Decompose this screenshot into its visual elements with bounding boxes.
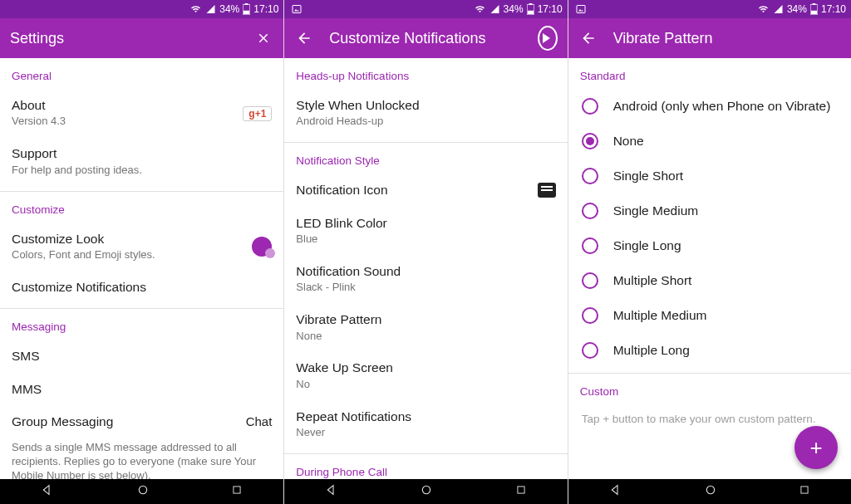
settings-list: General About Version 4.3 g+1 Support Fo… [0, 58, 283, 479]
radio-icon [582, 272, 598, 289]
item-subtitle: None [296, 330, 555, 344]
item-title: Notification Icon [296, 182, 527, 198]
svg-rect-7 [529, 3, 532, 5]
battery-icon [527, 3, 534, 15]
item-title: Group Messaging [12, 413, 236, 429]
image-icon [291, 4, 303, 14]
radio-option[interactable]: Multiple Long [568, 333, 851, 368]
radio-label: Android (only when Phone on Vibrate) [613, 99, 831, 114]
wifi-icon [189, 4, 202, 14]
back-icon[interactable] [578, 28, 598, 48]
section-general: General [0, 58, 283, 89]
nav-recent-icon[interactable] [515, 484, 527, 499]
item-mms[interactable]: MMS [0, 373, 283, 405]
item-subtitle: Blue [296, 232, 555, 247]
item-subtitle: Android Heads-up [296, 115, 555, 129]
time-text: 17:10 [253, 3, 278, 15]
item-title: Notification Sound [296, 263, 555, 279]
nav-bar [0, 479, 283, 504]
radio-option[interactable]: Multiple Medium [568, 298, 851, 333]
nav-home-icon[interactable] [704, 483, 717, 500]
svg-rect-10 [518, 487, 524, 493]
image-icon [575, 4, 587, 14]
radio-icon [582, 98, 598, 115]
item-notification-icon[interactable]: Notification Icon [284, 174, 567, 206]
radio-option[interactable]: Single Long [568, 228, 851, 263]
radio-icon [582, 203, 598, 219]
svg-rect-11 [577, 6, 585, 13]
radio-option[interactable]: None [568, 124, 851, 159]
status-bar: 34% 17:10 [568, 0, 851, 18]
gplus-badge[interactable]: g+1 [243, 106, 272, 121]
item-wake-screen[interactable]: Wake Up Screen No [284, 351, 567, 399]
item-title: SMS [12, 348, 272, 364]
plus-icon: + [809, 435, 822, 461]
nav-home-icon[interactable] [136, 483, 150, 500]
status-bar: 34% 17:10 [0, 0, 283, 18]
item-title: LED Blink Color [296, 215, 555, 231]
page-title: Vibrate Pattern [613, 30, 841, 47]
radio-option[interactable]: Android (only when Phone on Vibrate) [568, 89, 851, 124]
battery-icon [810, 3, 818, 15]
toolbar: Customize Notifications [284, 18, 567, 58]
item-title: Repeat Notifications [296, 409, 555, 424]
radio-label: Multiple Long [613, 343, 690, 358]
close-icon[interactable] [253, 28, 273, 48]
item-title: Support [12, 145, 272, 161]
item-subtitle: Version 4.3 [12, 115, 233, 129]
message-icon [538, 183, 556, 198]
time-text: 17:10 [538, 3, 563, 15]
play-preview-button[interactable] [538, 28, 558, 48]
item-subtitle: Never [296, 426, 555, 440]
nav-back-icon[interactable] [325, 483, 338, 500]
item-about[interactable]: About Version 4.3 g+1 [0, 89, 283, 137]
wifi-icon [474, 4, 486, 14]
item-subtitle: For help and posting ideas. [12, 164, 272, 178]
svg-rect-1 [245, 3, 248, 5]
toolbar: Vibrate Pattern [568, 18, 851, 58]
svg-rect-8 [528, 11, 534, 14]
radio-label: Multiple Medium [613, 308, 707, 323]
battery-text: 34% [504, 3, 524, 15]
radio-label: Single Short [613, 169, 683, 183]
nav-recent-icon[interactable] [799, 484, 810, 499]
battery-text: 34% [787, 3, 807, 15]
radio-label: Single Medium [613, 203, 699, 218]
battery-text: 34% [219, 3, 239, 15]
item-title: Style When Unlocked [296, 97, 555, 113]
nav-recent-icon[interactable] [231, 484, 243, 499]
svg-rect-13 [813, 3, 816, 5]
svg-rect-4 [234, 487, 240, 493]
page-title: Customize Notifications [329, 30, 522, 47]
item-group-messaging[interactable]: Group Messaging Chat Sends a single MMS … [0, 405, 283, 479]
item-vibrate-pattern[interactable]: Vibrate Pattern None [284, 303, 567, 351]
item-customize-notifications[interactable]: Customize Notifications [0, 271, 283, 303]
nav-back-icon[interactable] [609, 483, 622, 500]
section-custom: Custom [568, 374, 851, 404]
item-support[interactable]: Support For help and posting ideas. [0, 137, 283, 185]
screen-settings: 34% 17:10 Settings General About Version… [0, 0, 283, 504]
radio-option[interactable]: Multiple Short [568, 263, 851, 298]
item-title: Vibrate Pattern [296, 311, 555, 327]
add-pattern-fab[interactable]: + [794, 426, 838, 469]
signal-icon [773, 4, 784, 14]
item-led-color[interactable]: LED Blink Color Blue [284, 207, 567, 255]
page-title: Settings [10, 30, 239, 47]
screen-vibrate-pattern: 34% 17:10 Vibrate Pattern Standard Andro… [568, 0, 851, 504]
item-sms[interactable]: SMS [0, 340, 283, 372]
wifi-icon [757, 4, 770, 14]
item-customize-look[interactable]: Customize Look Colors, Font and Emoji st… [0, 223, 283, 271]
item-notification-sound[interactable]: Notification Sound Slack - Plink [284, 255, 567, 303]
item-style-unlocked[interactable]: Style When Unlocked Android Heads-up [284, 89, 567, 137]
radio-option[interactable]: Single Medium [568, 193, 851, 228]
nav-back-icon[interactable] [41, 483, 54, 500]
item-repeat-notifications[interactable]: Repeat Notifications Never [284, 400, 567, 448]
nav-home-icon[interactable] [420, 483, 433, 500]
section-notif-style: Notification Style [284, 143, 567, 174]
section-during-call: During Phone Call [284, 454, 567, 479]
item-subtitle: Sends a single MMS message addressed to … [12, 441, 272, 479]
radio-option[interactable]: Single Short [568, 159, 851, 193]
back-icon[interactable] [294, 28, 314, 48]
color-swatch-icon [252, 237, 272, 257]
notifications-list: Heads-up Notifications Style When Unlock… [284, 58, 567, 479]
